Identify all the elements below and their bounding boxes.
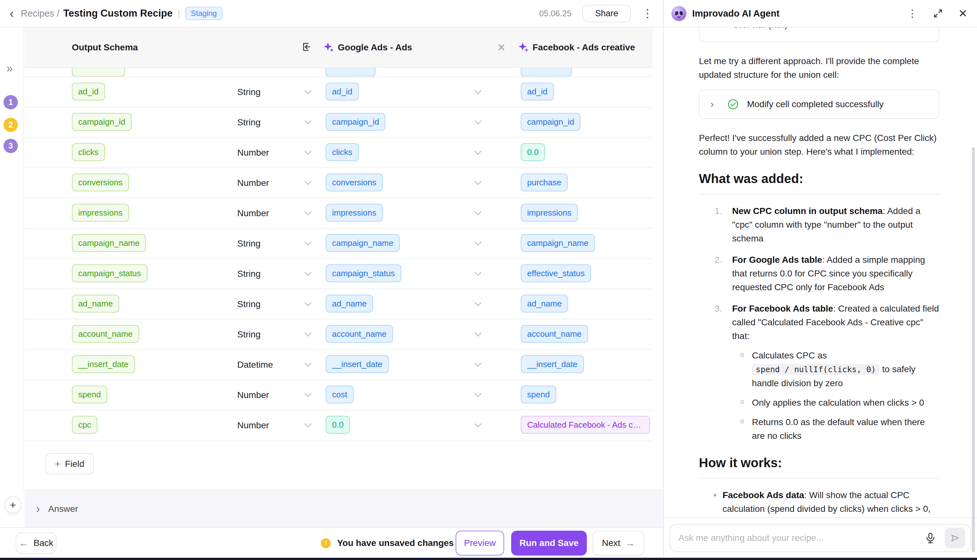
chevron-down-icon[interactable]	[306, 301, 312, 307]
output-field-pill[interactable]: campaign_status	[72, 264, 147, 282]
preview-button[interactable]: Preview	[456, 531, 504, 555]
tool-result-expander[interactable]: › Modify cell completed successfully	[699, 89, 939, 119]
chevron-down-icon[interactable]	[475, 89, 482, 95]
field-type-select[interactable]: String	[237, 87, 261, 97]
chevron-down-icon[interactable]	[475, 150, 482, 156]
chevron-down-icon[interactable]	[306, 210, 312, 217]
google-mapping-pill[interactable]: cost	[326, 385, 354, 403]
google-mapping-pill[interactable]: campaign_status	[326, 264, 402, 282]
output-field-pill[interactable]: __insert_date	[72, 355, 135, 373]
facebook-mapping-pill[interactable]: 0.0	[521, 143, 545, 161]
chevron-down-icon[interactable]	[475, 180, 482, 186]
chevron-down-icon[interactable]	[306, 119, 312, 126]
close-chat-icon[interactable]: ✕	[959, 7, 968, 20]
facebook-mapping-pill[interactable]: campaign_name	[521, 234, 595, 252]
google-mapping-pill[interactable]: impressions	[326, 204, 383, 222]
field-type-select[interactable]: String	[237, 299, 261, 309]
field-type-select[interactable]: Number	[237, 390, 269, 400]
chevron-down-icon[interactable]	[306, 89, 312, 95]
google-mapping-pill[interactable]: campaign_name	[326, 234, 400, 252]
output-field-pill[interactable]: impressions	[72, 204, 129, 222]
chevron-down-icon[interactable]	[475, 119, 482, 126]
collapse-panel-icon[interactable]	[300, 41, 312, 54]
chevron-down-icon[interactable]	[306, 271, 312, 277]
microphone-icon[interactable]	[924, 532, 937, 544]
chat-scrollbar-thumb[interactable]	[972, 147, 975, 552]
chevron-down-icon[interactable]	[306, 362, 312, 368]
field-type-select[interactable]: Number	[237, 420, 269, 430]
close-column-icon[interactable]: ✕	[497, 42, 506, 53]
field-type-select[interactable]: Number	[237, 208, 269, 218]
step-1[interactable]: 1	[3, 95, 18, 109]
facebook-mapping-pill[interactable]: ad_id	[521, 83, 554, 100]
google-mapping-pill[interactable]: ad_id	[326, 83, 359, 100]
google-mapping-pill[interactable]: campaign_id	[326, 113, 385, 131]
google-mapping-pill[interactable]: __insert_date	[326, 355, 389, 373]
step-2[interactable]: 2	[3, 118, 18, 132]
share-button[interactable]: Share	[582, 5, 631, 22]
chevron-down-icon[interactable]	[306, 180, 312, 186]
chevron-down-icon[interactable]	[306, 150, 312, 156]
chevron-down-icon[interactable]	[306, 331, 312, 338]
field-type-select[interactable]: Number	[237, 178, 269, 188]
facebook-mapping-pill[interactable]: effective_status	[521, 264, 591, 282]
field-type-select[interactable]: Number	[237, 148, 269, 158]
chevron-down-icon[interactable]	[475, 392, 482, 398]
chevron-down-icon[interactable]	[475, 210, 482, 217]
chevron-down-icon[interactable]	[306, 392, 312, 398]
answer-label: Answer	[48, 504, 78, 514]
run-and-save-button[interactable]: Run and Save	[511, 531, 587, 555]
field-type-select[interactable]: String	[237, 269, 261, 279]
chevron-down-icon[interactable]	[475, 240, 482, 247]
facebook-mapping-pill[interactable]: account_name	[521, 325, 588, 343]
field-type-select[interactable]: String	[237, 117, 261, 128]
step-3[interactable]: 3	[3, 139, 18, 153]
kebab-menu-icon[interactable]: ⋮	[642, 7, 653, 20]
facebook-mapping-pill[interactable]: Calculated Facebook - Ads creative …	[521, 416, 650, 434]
chat-kebab-menu-icon[interactable]: ⋮	[907, 7, 918, 20]
added-list-item: 1.New CPC column in output schema: Added…	[699, 204, 939, 245]
chevron-down-icon[interactable]	[475, 331, 482, 338]
output-field-pill[interactable]: campaign_name	[72, 234, 146, 252]
output-field-pill[interactable]: spend	[72, 385, 107, 403]
google-mapping-pill[interactable]: 0.0	[326, 416, 350, 434]
google-mapping-pill[interactable]: clicks	[326, 143, 359, 161]
output-field-pill[interactable]: account_name	[72, 325, 139, 343]
google-mapping-pill[interactable]: ad_name	[326, 295, 373, 313]
chevron-down-icon[interactable]	[475, 301, 482, 307]
answer-section-toggle[interactable]: › Answer	[25, 490, 663, 527]
facebook-mapping-pill[interactable]: spend	[521, 385, 556, 403]
google-mapping-pill[interactable]: conversions	[326, 173, 383, 191]
field-type-select[interactable]: String	[237, 238, 261, 249]
chat-scroll-area[interactable]: over null (null) Let me try a different …	[664, 27, 977, 517]
field-type-select[interactable]: Datetime	[237, 360, 273, 370]
facebook-mapping-pill[interactable]: ad_name	[521, 295, 568, 313]
next-button[interactable]: Next →	[592, 531, 644, 555]
expand-chat-icon[interactable]	[932, 8, 944, 19]
facebook-mapping-pill[interactable]: purchase	[521, 173, 568, 191]
back-chevron-icon[interactable]: ‹	[10, 7, 14, 20]
chevron-down-icon[interactable]	[475, 362, 482, 368]
output-field-pill[interactable]: clicks	[72, 143, 105, 161]
chevron-down-icon[interactable]	[306, 240, 312, 247]
output-field-pill[interactable]: ad_name	[72, 295, 119, 313]
output-field-pill[interactable]: cpc	[72, 416, 97, 434]
send-button[interactable]	[945, 528, 965, 548]
back-button[interactable]: ← Back	[16, 533, 57, 553]
add-field-button[interactable]: + Field	[45, 453, 94, 475]
facebook-mapping-pill[interactable]: campaign_id	[521, 113, 581, 131]
output-field-pill[interactable]: campaign_id	[72, 113, 132, 131]
chevron-down-icon[interactable]	[475, 271, 482, 277]
output-field-pill[interactable]: conversions	[72, 173, 129, 191]
chevron-down-icon[interactable]	[306, 422, 312, 428]
chevron-down-icon[interactable]	[475, 422, 482, 428]
breadcrumb[interactable]: Recipes /	[21, 8, 59, 19]
output-field-pill[interactable]: ad_id	[72, 83, 105, 100]
facebook-mapping-pill[interactable]: impressions	[521, 204, 578, 222]
add-step-button[interactable]: +	[5, 497, 22, 513]
facebook-mapping-pill[interactable]: __insert_date	[521, 355, 584, 373]
expand-sidebar-icon[interactable]: »	[7, 62, 13, 75]
google-mapping-pill[interactable]: account_name	[326, 325, 393, 343]
field-type-select[interactable]: String	[237, 330, 261, 340]
chat-input[interactable]	[678, 533, 924, 543]
